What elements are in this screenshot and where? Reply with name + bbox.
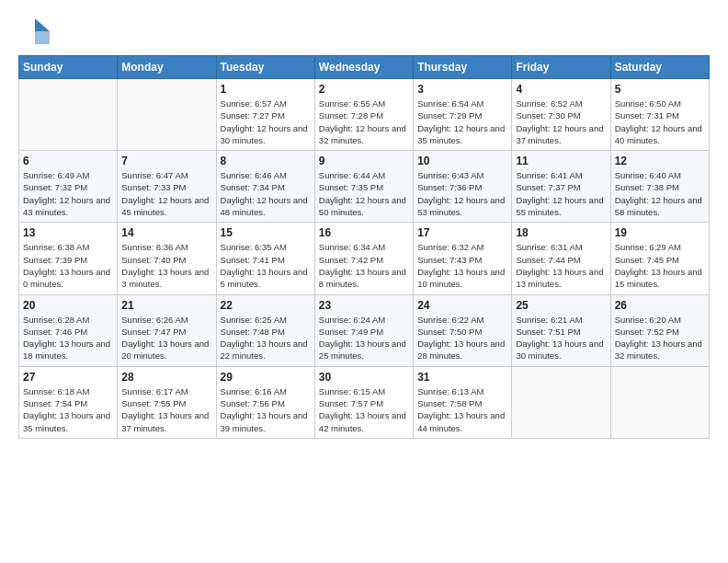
day-info: Sunrise: 6:26 AM Sunset: 7:47 PM Dayligh… xyxy=(121,314,211,362)
calendar-cell: 15Sunrise: 6:35 AM Sunset: 7:41 PM Dayli… xyxy=(216,223,314,294)
day-info: Sunrise: 6:41 AM Sunset: 7:37 PM Dayligh… xyxy=(516,169,606,218)
day-info: Sunrise: 6:44 AM Sunset: 7:35 PM Dayligh… xyxy=(319,169,409,218)
week-row-3: 13Sunrise: 6:38 AM Sunset: 7:39 PM Dayli… xyxy=(19,223,710,294)
calendar-cell: 7Sunrise: 6:47 AM Sunset: 7:33 PM Daylig… xyxy=(118,151,216,223)
calendar-cell: 11Sunrise: 6:41 AM Sunset: 7:37 PM Dayli… xyxy=(512,151,610,223)
day-of-week-wednesday: Wednesday xyxy=(314,56,413,79)
calendar-cell: 24Sunrise: 6:22 AM Sunset: 7:50 PM Dayli… xyxy=(414,294,512,366)
page: SundayMondayTuesdayWednesdayThursdayFrid… xyxy=(0,0,728,448)
day-number: 21 xyxy=(121,299,211,312)
calendar-cell: 29Sunrise: 6:16 AM Sunset: 7:56 PM Dayli… xyxy=(216,366,314,438)
week-row-2: 6Sunrise: 6:49 AM Sunset: 7:32 PM Daylig… xyxy=(19,151,710,223)
day-number: 12 xyxy=(615,155,705,167)
day-info: Sunrise: 6:15 AM Sunset: 7:57 PM Dayligh… xyxy=(319,385,409,434)
calendar-cell: 2Sunrise: 6:55 AM Sunset: 7:28 PM Daylig… xyxy=(314,79,413,151)
week-row-5: 27Sunrise: 6:18 AM Sunset: 7:54 PM Dayli… xyxy=(19,366,710,438)
day-info: Sunrise: 6:38 AM Sunset: 7:39 PM Dayligh… xyxy=(23,241,113,290)
day-number: 29 xyxy=(221,371,311,384)
calendar-cell xyxy=(610,366,709,438)
day-info: Sunrise: 6:20 AM Sunset: 7:52 PM Dayligh… xyxy=(615,314,705,362)
day-info: Sunrise: 6:47 AM Sunset: 7:33 PM Dayligh… xyxy=(121,169,211,218)
calendar-cell: 14Sunrise: 6:36 AM Sunset: 7:40 PM Dayli… xyxy=(118,223,216,294)
day-info: Sunrise: 6:24 AM Sunset: 7:49 PM Dayligh… xyxy=(319,314,409,362)
day-info: Sunrise: 6:36 AM Sunset: 7:40 PM Dayligh… xyxy=(121,241,211,290)
day-of-week-tuesday: Tuesday xyxy=(216,56,314,79)
day-number: 8 xyxy=(221,155,311,167)
day-number: 13 xyxy=(23,226,113,239)
day-info: Sunrise: 6:21 AM Sunset: 7:51 PM Dayligh… xyxy=(516,314,606,362)
calendar-cell: 4Sunrise: 6:52 AM Sunset: 7:30 PM Daylig… xyxy=(512,79,610,151)
day-number: 11 xyxy=(516,155,606,167)
day-info: Sunrise: 6:52 AM Sunset: 7:30 PM Dayligh… xyxy=(516,98,606,146)
day-number: 5 xyxy=(615,83,705,96)
calendar-cell xyxy=(118,79,216,151)
day-number: 28 xyxy=(121,371,211,384)
week-row-4: 20Sunrise: 6:28 AM Sunset: 7:46 PM Dayli… xyxy=(19,294,710,366)
calendar-cell: 6Sunrise: 6:49 AM Sunset: 7:32 PM Daylig… xyxy=(19,151,118,223)
calendar-cell: 3Sunrise: 6:54 AM Sunset: 7:29 PM Daylig… xyxy=(414,79,512,151)
day-info: Sunrise: 6:49 AM Sunset: 7:32 PM Dayligh… xyxy=(23,169,113,218)
day-number: 1 xyxy=(221,83,311,96)
calendar-cell: 31Sunrise: 6:13 AM Sunset: 7:58 PM Dayli… xyxy=(414,366,512,438)
day-info: Sunrise: 6:13 AM Sunset: 7:58 PM Dayligh… xyxy=(417,385,507,434)
logo xyxy=(18,15,55,48)
calendar-cell: 9Sunrise: 6:44 AM Sunset: 7:35 PM Daylig… xyxy=(314,151,413,223)
day-of-week-sunday: Sunday xyxy=(19,56,118,79)
day-info: Sunrise: 6:55 AM Sunset: 7:28 PM Dayligh… xyxy=(319,98,409,146)
day-of-week-monday: Monday xyxy=(118,56,216,79)
calendar-cell: 1Sunrise: 6:57 AM Sunset: 7:27 PM Daylig… xyxy=(216,79,314,151)
header xyxy=(18,15,710,48)
calendar-cell: 16Sunrise: 6:34 AM Sunset: 7:42 PM Dayli… xyxy=(314,223,413,294)
day-number: 2 xyxy=(319,83,409,96)
day-info: Sunrise: 6:17 AM Sunset: 7:55 PM Dayligh… xyxy=(121,385,211,434)
calendar-cell: 27Sunrise: 6:18 AM Sunset: 7:54 PM Dayli… xyxy=(19,366,118,438)
day-info: Sunrise: 6:43 AM Sunset: 7:36 PM Dayligh… xyxy=(417,169,507,218)
header-row: SundayMondayTuesdayWednesdayThursdayFrid… xyxy=(19,56,710,79)
calendar-cell: 23Sunrise: 6:24 AM Sunset: 7:49 PM Dayli… xyxy=(314,294,413,366)
day-number: 17 xyxy=(417,226,507,239)
day-info: Sunrise: 6:35 AM Sunset: 7:41 PM Dayligh… xyxy=(221,241,311,290)
calendar-cell: 26Sunrise: 6:20 AM Sunset: 7:52 PM Dayli… xyxy=(610,294,709,366)
calendar-cell: 25Sunrise: 6:21 AM Sunset: 7:51 PM Dayli… xyxy=(512,294,610,366)
day-number: 20 xyxy=(23,299,113,312)
calendar-cell: 10Sunrise: 6:43 AM Sunset: 7:36 PM Dayli… xyxy=(414,151,512,223)
calendar-cell: 30Sunrise: 6:15 AM Sunset: 7:57 PM Dayli… xyxy=(314,366,413,438)
calendar-cell xyxy=(19,79,118,151)
calendar-cell: 13Sunrise: 6:38 AM Sunset: 7:39 PM Dayli… xyxy=(19,223,118,294)
calendar-cell: 22Sunrise: 6:25 AM Sunset: 7:48 PM Dayli… xyxy=(216,294,314,366)
day-info: Sunrise: 6:16 AM Sunset: 7:56 PM Dayligh… xyxy=(221,385,311,434)
day-number: 3 xyxy=(417,83,507,96)
calendar-table: SundayMondayTuesdayWednesdayThursdayFrid… xyxy=(18,55,710,439)
calendar-cell: 18Sunrise: 6:31 AM Sunset: 7:44 PM Dayli… xyxy=(512,223,610,294)
day-info: Sunrise: 6:18 AM Sunset: 7:54 PM Dayligh… xyxy=(23,385,113,434)
day-info: Sunrise: 6:57 AM Sunset: 7:27 PM Dayligh… xyxy=(221,98,311,146)
day-info: Sunrise: 6:46 AM Sunset: 7:34 PM Dayligh… xyxy=(221,169,311,218)
svg-marker-0 xyxy=(35,18,50,31)
day-number: 26 xyxy=(615,299,705,312)
week-row-1: 1Sunrise: 6:57 AM Sunset: 7:27 PM Daylig… xyxy=(19,79,710,151)
day-info: Sunrise: 6:29 AM Sunset: 7:45 PM Dayligh… xyxy=(615,241,705,290)
day-number: 10 xyxy=(417,155,507,167)
day-number: 16 xyxy=(319,226,409,239)
calendar-cell: 28Sunrise: 6:17 AM Sunset: 7:55 PM Dayli… xyxy=(118,366,216,438)
calendar-cell: 19Sunrise: 6:29 AM Sunset: 7:45 PM Dayli… xyxy=(610,223,709,294)
day-number: 23 xyxy=(319,299,409,312)
day-number: 7 xyxy=(121,155,211,167)
day-number: 15 xyxy=(221,226,311,239)
day-number: 22 xyxy=(221,299,311,312)
day-info: Sunrise: 6:28 AM Sunset: 7:46 PM Dayligh… xyxy=(23,314,113,362)
calendar-cell: 12Sunrise: 6:40 AM Sunset: 7:38 PM Dayli… xyxy=(610,151,709,223)
svg-marker-1 xyxy=(35,31,50,44)
day-info: Sunrise: 6:34 AM Sunset: 7:42 PM Dayligh… xyxy=(319,241,409,290)
day-number: 24 xyxy=(417,299,507,312)
day-number: 9 xyxy=(319,155,409,167)
day-info: Sunrise: 6:31 AM Sunset: 7:44 PM Dayligh… xyxy=(516,241,606,290)
day-info: Sunrise: 6:25 AM Sunset: 7:48 PM Dayligh… xyxy=(221,314,311,362)
day-info: Sunrise: 6:40 AM Sunset: 7:38 PM Dayligh… xyxy=(615,169,705,218)
day-info: Sunrise: 6:50 AM Sunset: 7:31 PM Dayligh… xyxy=(615,98,705,146)
day-number: 31 xyxy=(417,371,507,384)
day-info: Sunrise: 6:22 AM Sunset: 7:50 PM Dayligh… xyxy=(417,314,507,362)
calendar-cell: 17Sunrise: 6:32 AM Sunset: 7:43 PM Dayli… xyxy=(414,223,512,294)
day-number: 19 xyxy=(615,226,705,239)
day-info: Sunrise: 6:32 AM Sunset: 7:43 PM Dayligh… xyxy=(417,241,507,290)
